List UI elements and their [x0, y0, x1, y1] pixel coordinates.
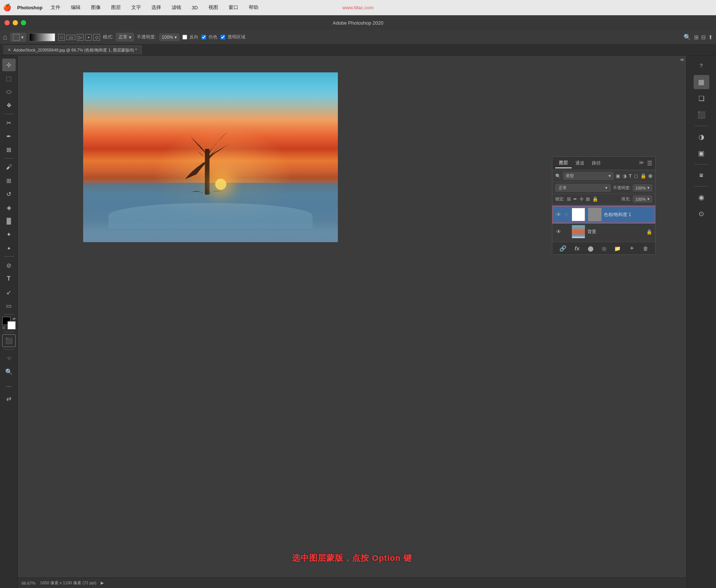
menu-edit[interactable]: 编辑 — [69, 3, 83, 12]
reverse-check[interactable] — [182, 35, 187, 40]
filter-toggle[interactable] — [649, 174, 652, 178]
background-color[interactable] — [7, 321, 16, 329]
filter-type-dropdown[interactable]: 类型 ▾ — [563, 172, 613, 180]
menu-view[interactable]: 视图 — [206, 3, 220, 12]
layout-icon[interactable]: ⊟ — [701, 34, 706, 41]
quick-mask-tool[interactable]: ⬛ — [2, 334, 16, 347]
minimize-button[interactable] — [13, 20, 18, 25]
lasso-tool[interactable]: ⬭ — [2, 85, 16, 98]
expand-panel-icon[interactable]: ≫ — [639, 160, 644, 167]
transparency-check[interactable] — [220, 35, 225, 40]
learn-panel-btn[interactable]: ? — [694, 59, 709, 73]
gradient-tool[interactable]: ▓ — [2, 215, 16, 227]
blend-mode-dropdown[interactable]: 正常 ▾ — [555, 184, 611, 192]
dither-checkbox[interactable]: 仿色 — [201, 34, 217, 40]
workspace-icon[interactable]: ⊞ — [694, 34, 699, 41]
brush-tool[interactable]: 🖌 — [2, 161, 16, 173]
menu-3d[interactable]: 3D — [189, 4, 200, 11]
eraser-tool[interactable]: ◈ — [2, 201, 16, 214]
tab-close-icon[interactable]: ✕ — [7, 47, 11, 53]
group-layers-button[interactable]: 📁 — [614, 245, 621, 251]
reverse-checkbox[interactable]: 反向 — [182, 34, 198, 40]
move-tool[interactable]: ✢ — [2, 59, 16, 71]
layer-row-huesat[interactable]: 👁 ⛓ 色相/饱和度 1 — [552, 206, 655, 223]
adjustment-layer-button[interactable]: ◎ — [602, 245, 606, 251]
share-icon[interactable]: ⬆ — [708, 34, 713, 41]
apple-menu[interactable]: 🍎 — [3, 3, 11, 12]
type-filter-icon[interactable]: T — [629, 173, 632, 179]
search-icon[interactable]: 🔍 — [684, 34, 691, 41]
smart-filter-icon[interactable]: 🔒 — [640, 173, 646, 179]
layers-btn[interactable]: ≡ — [694, 168, 709, 182]
swatches-btn[interactable]: ▣ — [694, 146, 709, 160]
opacity-dropdown[interactable]: 100% ▾ — [159, 34, 180, 41]
link-layers-button[interactable]: 🔗 — [559, 245, 566, 252]
lock-all-icon[interactable]: 🔒 — [592, 196, 598, 202]
menu-type[interactable]: 文字 — [129, 3, 143, 12]
layer-row-background[interactable]: 👁 背景 🔒 — [552, 223, 655, 240]
tab-paths[interactable]: 路径 — [588, 159, 604, 168]
puppet-warp-btn[interactable]: ⊙ — [694, 207, 709, 221]
zoom-tool[interactable]: 🔍 — [2, 365, 16, 378]
menu-image[interactable]: 图像 — [89, 3, 103, 12]
dodge-tool[interactable]: ⬥ — [2, 241, 16, 254]
layer-style-button[interactable]: fx — [575, 245, 580, 251]
marquee-tool[interactable]: ⬚ — [2, 72, 16, 85]
fill-control[interactable]: 100% ▾ — [633, 196, 652, 203]
path-selection-tool[interactable]: ↙ — [2, 286, 16, 298]
adjustment-filter-icon[interactable]: ◑ — [622, 173, 626, 179]
menu-help[interactable]: 帮助 — [246, 3, 261, 12]
shape-filter-icon[interactable]: ◻ — [634, 173, 638, 179]
shape-option-2[interactable]: ▭ — [66, 35, 75, 40]
layer-mask-button[interactable]: ⬤ — [588, 245, 594, 251]
menu-filter[interactable]: 滤镜 — [169, 3, 183, 12]
shape-tool[interactable]: ▭ — [2, 299, 16, 312]
pixel-filter-icon[interactable]: ▣ — [616, 173, 620, 179]
mixer-brush-btn[interactable]: ◉ — [694, 190, 709, 204]
stamp-tool[interactable]: ⊞ — [2, 174, 16, 187]
tab-layers[interactable]: 图层 — [555, 158, 572, 168]
crop-tool[interactable]: ✂ — [2, 116, 16, 129]
color-boxes[interactable]: ⇄ ⊡ — [2, 317, 16, 329]
menu-layer[interactable]: 图层 — [109, 3, 123, 12]
pen-tool[interactable]: ⊘ — [2, 259, 16, 272]
quick-select-tool[interactable]: ❖ — [2, 99, 16, 112]
menu-window[interactable]: 窗口 — [226, 3, 241, 12]
patch-tool[interactable]: ⊠ — [2, 143, 16, 156]
shape-option-1[interactable]: □ — [58, 34, 65, 41]
document-tab[interactable]: ✕ AdobeStock_203958648.jpg @ 66.7% (色相/饱… — [3, 46, 142, 54]
eyedropper-tool[interactable]: ✒ — [2, 130, 16, 143]
lock-pixels-icon[interactable]: ✒ — [573, 196, 577, 202]
home-icon[interactable]: ⌂ — [3, 33, 7, 41]
more-tools[interactable]: … — [2, 379, 16, 391]
transparency-checkbox[interactable]: 透明区域 — [220, 34, 245, 40]
colors-btn[interactable]: ◑ — [694, 130, 709, 144]
menu-select[interactable]: 选择 — [149, 3, 163, 12]
text-tool[interactable]: T — [2, 272, 16, 285]
swap-colors-icon[interactable]: ⇄ — [13, 317, 16, 320]
cc-libraries-btn[interactable]: ⬛ — [694, 108, 709, 122]
new-layer-button[interactable]: ＋ — [629, 244, 635, 252]
lock-position-icon[interactable]: ✢ — [580, 196, 584, 202]
lock-artboards-icon[interactable]: ⊠ — [586, 196, 590, 202]
layer-visibility-icon[interactable]: 👁 — [555, 212, 562, 218]
shape-option-3[interactable]: ▷ — [77, 34, 84, 41]
libraries-btn[interactable]: ▦ — [694, 75, 709, 89]
tab-channels[interactable]: 通道 — [572, 159, 588, 168]
mode-dropdown[interactable]: 正常 ▾ — [116, 33, 134, 41]
extra-tool-1[interactable]: ⇄ — [2, 392, 16, 405]
blur-tool[interactable]: ✦ — [2, 228, 16, 241]
shape-option-5[interactable]: ◇ — [93, 34, 100, 41]
delete-layer-button[interactable]: 🗑 — [643, 245, 648, 251]
dither-check[interactable] — [201, 35, 206, 40]
reset-colors-icon[interactable]: ⊡ — [2, 326, 5, 329]
hand-tool[interactable]: ☜ — [2, 352, 16, 365]
opacity-control[interactable]: 100% ▾ — [633, 184, 652, 191]
menu-file[interactable]: 文件 — [48, 3, 63, 12]
close-button[interactable] — [4, 20, 10, 25]
collapse-panel-icon[interactable]: ≪ — [680, 57, 685, 62]
history-brush-tool[interactable]: ↺ — [2, 188, 16, 200]
maximize-button[interactable] — [21, 20, 26, 25]
panel-menu-icon[interactable]: ☰ — [647, 160, 652, 167]
properties-btn[interactable]: ❏ — [694, 91, 709, 106]
